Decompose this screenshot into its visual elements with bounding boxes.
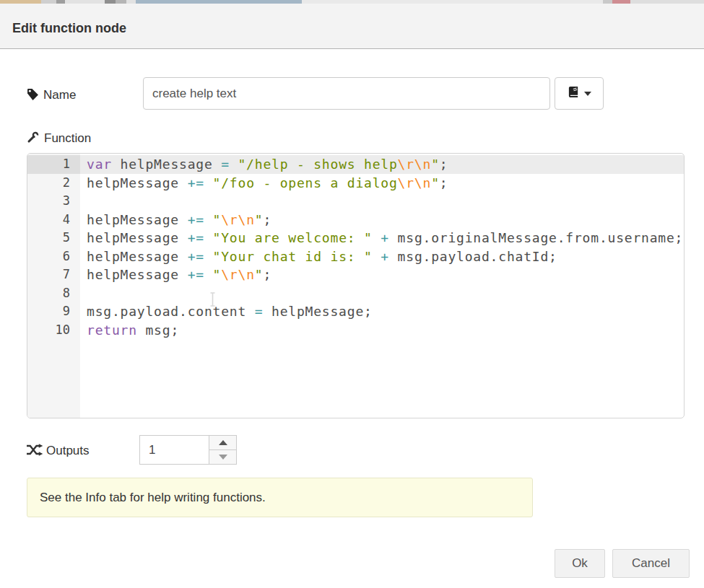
code-line-text: helpMessage += "You are welcome: " + msg…: [80, 229, 684, 247]
spinner-buttons: [209, 436, 236, 464]
outputs-spinner: [139, 435, 237, 465]
code-editor[interactable]: 1var helpMessage = "/help - shows help\r…: [27, 153, 685, 418]
spinner-up-icon: [219, 440, 227, 445]
code-line-text: var helpMessage = "/help - shows help\r\…: [80, 155, 684, 174]
line-number: 7: [27, 266, 80, 284]
name-label: Name: [43, 88, 76, 102]
caret-down-icon: [584, 92, 591, 96]
info-tip: See the Info tab for help writing functi…: [27, 478, 533, 517]
code-line-text: return msg;: [80, 321, 684, 340]
name-input[interactable]: [143, 77, 550, 110]
code-line[interactable]: 3: [27, 192, 684, 211]
line-number: 8: [27, 284, 80, 303]
outputs-input[interactable]: [140, 436, 209, 464]
line-number: 1: [27, 155, 80, 174]
text-cursor-icon: [209, 292, 216, 310]
code-line[interactable]: 6helpMessage += "Your chat id is: " + ms…: [27, 247, 684, 266]
outputs-label: Outputs: [46, 444, 90, 458]
book-icon: [568, 86, 580, 101]
code-line[interactable]: 10return msg;: [27, 321, 684, 340]
code-line[interactable]: 8: [27, 284, 684, 303]
code-line-text: msg.payload.content = helpMessage;: [80, 302, 684, 321]
code-lines: 1var helpMessage = "/help - shows help\r…: [27, 154, 684, 339]
line-number: 6: [27, 247, 80, 266]
tag-icon: [27, 88, 39, 103]
code-line[interactable]: 9msg.payload.content = helpMessage;: [27, 302, 684, 321]
wrench-icon: [27, 131, 39, 146]
dialog-header: Edit function node: [0, 4, 704, 49]
function-label: Function: [44, 131, 91, 146]
code-line[interactable]: 7helpMessage += "\r\n";: [27, 266, 684, 284]
code-line-text: [80, 284, 684, 303]
line-number: 10: [27, 321, 80, 340]
code-line[interactable]: 1var helpMessage = "/help - shows help\r…: [27, 155, 684, 174]
shuffle-icon: [26, 444, 43, 459]
edit-function-dialog: Edit function node Name: [0, 0, 704, 588]
ok-button[interactable]: Ok: [555, 549, 605, 578]
code-line[interactable]: 5helpMessage += "You are welcome: " + ms…: [27, 229, 684, 247]
line-number: 5: [27, 229, 80, 247]
code-line[interactable]: 2helpMessage += "/foo - opens a dialog\r…: [27, 174, 684, 193]
code-line-text: helpMessage += "/foo - opens a dialog\r\…: [80, 174, 684, 193]
info-tip-text: See the Info tab for help writing functi…: [40, 491, 266, 505]
line-number: 2: [27, 174, 80, 193]
dialog-title: Edit function node: [12, 21, 126, 36]
line-number: 4: [27, 211, 80, 229]
line-number: 3: [27, 192, 80, 211]
code-line-text: helpMessage += "\r\n";: [80, 211, 684, 229]
spinner-down-icon: [219, 455, 227, 460]
code-line-text: helpMessage += "Your chat id is: " + msg…: [80, 247, 684, 266]
code-line-text: [80, 192, 684, 211]
line-number: 9: [27, 302, 80, 321]
code-line[interactable]: 4helpMessage += "\r\n";: [27, 211, 684, 229]
spinner-down-button[interactable]: [209, 450, 236, 464]
cancel-button[interactable]: Cancel: [612, 549, 690, 578]
dialog-body: Name Function 1var helpMessage = "/he: [0, 50, 704, 588]
spinner-up-button[interactable]: [209, 436, 236, 450]
library-button[interactable]: [555, 77, 604, 110]
code-line-text: helpMessage += "\r\n";: [80, 266, 684, 284]
